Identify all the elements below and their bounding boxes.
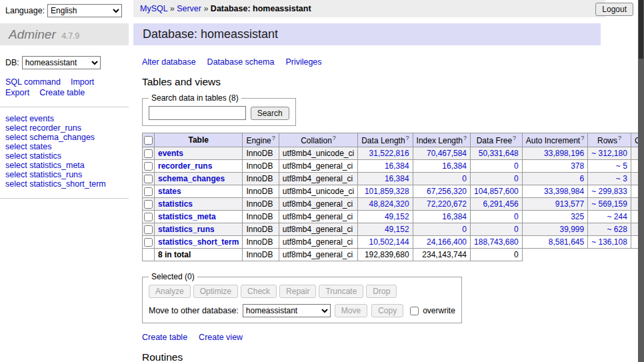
row-checkbox[interactable]	[144, 175, 153, 183]
sidebar-select-link[interactable]: select states	[5, 143, 123, 151]
index-length-link[interactable]: 16,384	[442, 161, 467, 171]
table-name-link[interactable]: statistics_meta	[158, 212, 216, 221]
scrollbar-thumb[interactable]	[639, 0, 643, 59]
data-length-link[interactable]: 16,384	[385, 174, 409, 183]
column-help-link[interactable]: ?	[618, 135, 621, 141]
table-name-link[interactable]: statistics_short_term	[158, 237, 239, 247]
sidebar-select-link[interactable]: select statistics_meta	[5, 161, 123, 170]
command-link[interactable]: Export	[5, 88, 29, 97]
command-link[interactable]: Create table	[39, 88, 85, 97]
index-length-link[interactable]: 0	[462, 174, 467, 183]
data-length-link[interactable]: 49,152	[385, 212, 409, 221]
rows-link[interactable]: ~ 5	[616, 161, 627, 171]
data-length-link[interactable]: 10,502,144	[369, 237, 409, 247]
db-action-link[interactable]: Alter database	[142, 57, 196, 67]
row-checkbox[interactable]	[144, 238, 153, 247]
data-free-link[interactable]: 188,743,680	[474, 237, 519, 247]
row-checkbox[interactable]	[144, 187, 153, 196]
data-free-link[interactable]: 104,857,600	[474, 187, 519, 196]
language-select[interactable]: English	[47, 4, 122, 17]
data-free-link[interactable]: 50,331,648	[479, 149, 519, 158]
sidebar-select-link[interactable]: select statistics_short_term	[5, 180, 123, 189]
auto-increment-link[interactable]: 33,398,984	[544, 187, 584, 196]
move-button[interactable]: Move	[335, 304, 367, 317]
sidebar-select-link[interactable]: select events	[5, 115, 123, 123]
breadcrumb-link[interactable]: MySQL	[140, 4, 167, 13]
data-free-link[interactable]: 6,291,456	[483, 199, 518, 209]
auto-increment-link[interactable]: 325	[571, 212, 584, 221]
sidebar-select-link[interactable]: select statistics_runs	[5, 171, 123, 179]
breadcrumb-link[interactable]: Server	[177, 4, 201, 13]
auto-increment-link[interactable]: 39,999	[559, 225, 584, 234]
db-select[interactable]: homeassistant	[22, 56, 101, 69]
data-length-link[interactable]: 31,522,816	[369, 149, 409, 158]
column-help-link[interactable]: ?	[581, 135, 584, 141]
select-all-checkbox[interactable]	[144, 136, 153, 145]
db-action-link[interactable]: Privileges	[285, 57, 321, 67]
auto-increment-link[interactable]: 33,898,196	[544, 149, 584, 158]
create-link[interactable]: Create table	[142, 333, 187, 342]
column-help-link[interactable]: ?	[463, 135, 467, 141]
rows-link[interactable]: ~ 569,159	[591, 199, 627, 209]
data-length-link[interactable]: 101,859,328	[365, 187, 409, 196]
rows-link[interactable]: ~ 628	[607, 225, 627, 234]
index-length-link[interactable]: 70,467,584	[427, 149, 467, 158]
row-checkbox[interactable]	[144, 213, 153, 221]
column-help-link[interactable]: ?	[333, 135, 336, 141]
table-name-link[interactable]: events	[158, 149, 183, 158]
rows-link[interactable]: ~ 312,180	[591, 149, 627, 158]
command-link[interactable]: Import	[71, 77, 94, 87]
optimize-button[interactable]: Optimize	[193, 285, 238, 298]
rows-link[interactable]: ~ 3	[616, 174, 627, 183]
row-checkbox[interactable]	[144, 200, 153, 209]
column-help-link[interactable]: ?	[513, 135, 516, 141]
check-button[interactable]: Check	[241, 285, 277, 298]
data-free-link[interactable]: 0	[514, 212, 519, 221]
command-link[interactable]: SQL command	[5, 77, 61, 87]
row-checkbox[interactable]	[144, 162, 153, 171]
auto-increment-link[interactable]: 6	[579, 174, 584, 183]
data-free-link[interactable]: 0	[514, 174, 519, 183]
auto-increment-link[interactable]: 913,577	[555, 199, 584, 209]
sidebar-select-link[interactable]: select statistics	[5, 152, 123, 161]
data-length-link[interactable]: 16,384	[385, 161, 409, 171]
index-length-link[interactable]: 67,256,320	[427, 187, 467, 196]
table-name-link[interactable]: statistics	[158, 199, 193, 209]
db-action-link[interactable]: Database schema	[207, 57, 275, 67]
index-length-link[interactable]: 16,384	[442, 212, 467, 221]
analyze-button[interactable]: Analyze	[149, 285, 191, 298]
row-checkbox[interactable]	[144, 149, 153, 158]
rows-link[interactable]: ~ 299,833	[591, 187, 627, 196]
table-name-link[interactable]: schema_changes	[158, 174, 225, 183]
table-name-link[interactable]: recorder_runs	[158, 161, 212, 171]
sidebar-select-link[interactable]: select schema_changes	[5, 133, 123, 142]
index-length-link[interactable]: 0	[462, 225, 467, 234]
column-help-link[interactable]: ?	[406, 135, 409, 141]
index-length-link[interactable]: 24,166,400	[427, 237, 467, 247]
overwrite-checkbox[interactable]	[410, 307, 419, 315]
auto-increment-link[interactable]: 8,581,645	[549, 237, 584, 247]
search-button[interactable]: Search	[251, 107, 289, 120]
scrollbar[interactable]	[638, 0, 644, 362]
auto-increment-link[interactable]: 378	[571, 161, 584, 171]
repair-button[interactable]: Repair	[279, 285, 316, 298]
drop-button[interactable]: Drop	[366, 285, 397, 298]
truncate-button[interactable]: Truncate	[319, 285, 363, 298]
row-checkbox[interactable]	[144, 225, 153, 234]
logout-button[interactable]: Logout	[595, 3, 633, 16]
sidebar-select-link[interactable]: select recorder_runs	[5, 124, 123, 133]
rows-link[interactable]: ~ 244	[607, 212, 627, 221]
data-length-link[interactable]: 48,824,320	[369, 199, 409, 209]
table-name-link[interactable]: states	[158, 187, 181, 196]
index-length-link[interactable]: 72,220,672	[427, 199, 467, 209]
data-free-link[interactable]: 0	[514, 225, 519, 234]
search-input[interactable]	[149, 106, 246, 120]
create-link[interactable]: Create view	[199, 333, 243, 342]
rows-link[interactable]: ~ 136,108	[591, 237, 627, 247]
copy-button[interactable]: Copy	[371, 304, 403, 317]
table-name-link[interactable]: statistics_runs	[158, 225, 215, 234]
column-help-link[interactable]: ?	[272, 135, 275, 141]
data-length-link[interactable]: 49,152	[385, 225, 409, 234]
move-db-select[interactable]: homeassistant	[243, 304, 331, 317]
data-free-link[interactable]: 0	[514, 161, 519, 171]
